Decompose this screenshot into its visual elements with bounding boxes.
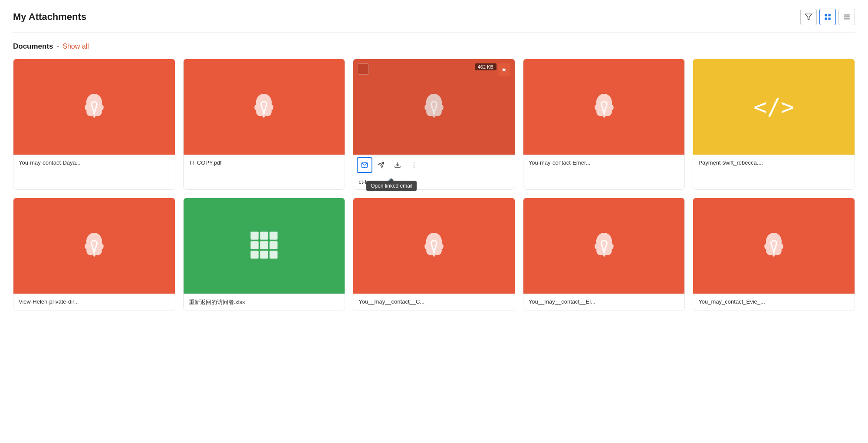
svg-point-14 — [414, 167, 414, 168]
svg-rect-1 — [825, 14, 827, 16]
grid-view-button[interactable] — [819, 9, 836, 25]
star-badge[interactable]: ★ — [498, 63, 510, 76]
card-bottom: TT COPY.pdf — [184, 155, 345, 170]
documents-grid-row1: You-may-contact-Daya... TT COPY.pdf — [13, 59, 855, 190]
svg-rect-4 — [829, 18, 831, 20]
card-label: You_may_contact_Evie_... — [693, 294, 855, 309]
pdf-icon — [417, 228, 451, 264]
card-ct-louis[interactable]: 462 KB ★ — [353, 59, 515, 190]
card-thumbnail — [523, 198, 685, 294]
page: My Attachments — [0, 0, 868, 320]
pdf-icon — [587, 228, 621, 264]
svg-rect-19 — [260, 241, 268, 249]
svg-rect-3 — [825, 18, 827, 20]
card-tt-copy[interactable]: TT COPY.pdf — [183, 59, 345, 190]
list-view-button[interactable] — [838, 9, 855, 25]
card-thumbnail — [184, 198, 345, 294]
card-you-may-contact-emer[interactable]: You-may-contact-Emer... — [523, 59, 685, 190]
pdf-icon — [417, 89, 451, 125]
card-thumbnail — [693, 198, 855, 294]
card-label: You__may__contact__El... — [523, 294, 685, 309]
download-action-button[interactable] — [390, 157, 405, 173]
card-bottom: 重新返回的访问者.xlsx — [184, 294, 345, 311]
card-thumbnail: </> — [693, 59, 855, 155]
documents-grid-row2: View-Helen-private-dir... — [13, 198, 855, 311]
page-title: My Attachments — [13, 11, 86, 23]
card-thumbnail — [13, 198, 175, 294]
card-label: You-may-contact-Emer... — [523, 155, 685, 170]
email-action-button[interactable] — [357, 157, 372, 173]
card-thumbnail — [184, 59, 345, 155]
svg-rect-23 — [270, 251, 278, 258]
svg-rect-15 — [251, 231, 259, 239]
svg-rect-17 — [270, 231, 278, 239]
card-label: You-may-contact-Daya... — [13, 155, 175, 170]
card-bottom: You_may_contact_Evie_... — [693, 294, 855, 309]
card-thumbnail: 462 KB ★ — [353, 59, 515, 155]
card-thumbnail — [353, 198, 515, 294]
svg-rect-21 — [251, 251, 259, 258]
svg-rect-20 — [270, 241, 278, 249]
card-bottom: You-may-contact-Emer... — [523, 155, 685, 170]
card-bottom: You__may__contact__El... — [523, 294, 685, 309]
card-label: ct-Louis... 🔗 — [353, 175, 515, 189]
more-action-button[interactable] — [406, 157, 422, 173]
card-bottom: Payment swift_rebecca.... — [693, 155, 855, 170]
code-icon: </> — [753, 94, 794, 120]
header-actions — [800, 9, 855, 25]
card-thumbnail — [13, 59, 175, 155]
card-label: You__may__contact__C... — [353, 294, 515, 309]
card-you-may-contact-daya[interactable]: You-may-contact-Daya... — [13, 59, 175, 190]
section-title: Documents — [13, 42, 53, 51]
svg-rect-16 — [260, 231, 268, 239]
svg-rect-22 — [260, 251, 268, 258]
pdf-icon — [587, 89, 621, 125]
card-you-may-contact-evie[interactable]: You_may_contact_Evie_... — [693, 198, 855, 311]
card-bottom: You-may-contact-Daya... — [13, 155, 175, 170]
svg-rect-2 — [829, 14, 831, 16]
pdf-icon — [77, 228, 112, 264]
card-you-may-contact-el[interactable]: You__may__contact__El... — [523, 198, 685, 311]
show-all-button[interactable]: Show all — [62, 43, 89, 50]
header: My Attachments — [13, 9, 855, 33]
send-action-button[interactable] — [373, 157, 389, 173]
card-label: 重新返回的访问者.xlsx — [184, 294, 345, 311]
section-dash: - — [57, 42, 59, 51]
section-header: Documents - Show all — [13, 42, 855, 51]
svg-point-13 — [414, 165, 414, 165]
card-label: View-Helen-private-dir... — [13, 294, 175, 309]
card-payment-swift-rebecca[interactable]: </> Payment swift_rebecca.... — [693, 59, 855, 190]
card-you-may-contact-c[interactable]: You__may__contact__C... — [353, 198, 515, 311]
card-action-area: Open linked email ct-Louis... 🔗 — [353, 155, 515, 189]
card-thumbnail — [523, 59, 685, 155]
card-label: TT COPY.pdf — [184, 155, 345, 170]
excel-icon — [249, 230, 279, 262]
card-visitors-xlsx[interactable]: 重新返回的访问者.xlsx — [183, 198, 345, 311]
color-swatch — [358, 63, 369, 75]
action-bar: Open linked email — [353, 155, 515, 175]
filter-button[interactable] — [800, 9, 817, 25]
link-icon: 🔗 — [386, 178, 393, 185]
svg-marker-0 — [806, 14, 812, 20]
svg-rect-18 — [251, 241, 259, 249]
card-bottom: View-Helen-private-dir... — [13, 294, 175, 309]
file-size-badge: 462 KB — [475, 63, 496, 70]
card-view-helen-private[interactable]: View-Helen-private-dir... — [13, 198, 175, 311]
pdf-icon — [77, 89, 112, 125]
card-label: Payment swift_rebecca.... — [693, 155, 855, 170]
card-bottom: You__may__contact__C... — [353, 294, 515, 309]
pdf-icon — [756, 228, 791, 264]
svg-point-12 — [414, 162, 414, 163]
pdf-icon — [247, 89, 281, 125]
